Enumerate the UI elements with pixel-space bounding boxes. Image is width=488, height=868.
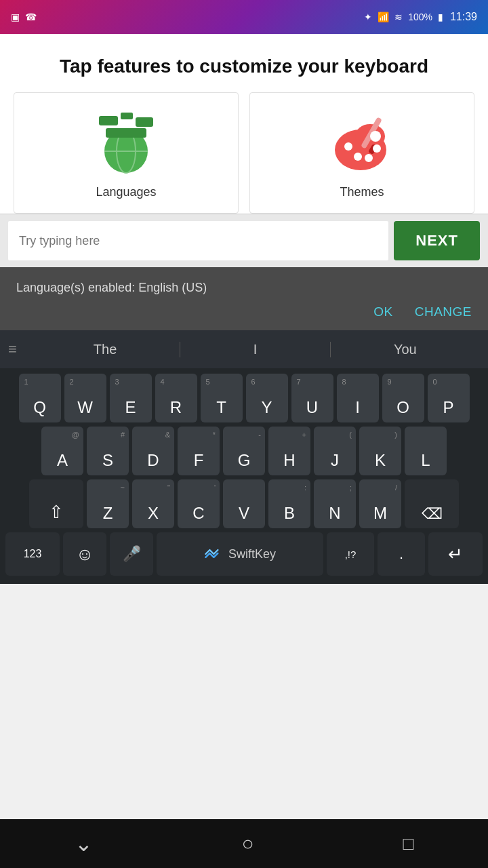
key-x[interactable]: "X xyxy=(132,479,174,528)
key-e[interactable]: 3E xyxy=(110,374,152,422)
themes-card[interactable]: Themes xyxy=(249,92,474,214)
key-z[interactable]: ~Z xyxy=(87,479,129,528)
space-key[interactable]: SwiftKey xyxy=(157,532,323,576)
key-l[interactable]: L xyxy=(405,427,447,475)
home-button[interactable]: ○ xyxy=(242,832,254,855)
key-d[interactable]: &D xyxy=(132,427,174,475)
key-j[interactable]: (J xyxy=(314,427,356,475)
app-icon-1: ▣ xyxy=(11,12,20,22)
suggestion-i[interactable]: I xyxy=(180,342,330,357)
themes-card-label: Themes xyxy=(340,185,384,199)
key-w[interactable]: 2W xyxy=(64,374,106,422)
key-row-1: 1Q 2W 3E 4R 5T 6Y 7U 8I 9O 0P xyxy=(3,374,485,422)
period-key[interactable]: . xyxy=(378,532,425,576)
key-u[interactable]: 7U xyxy=(291,374,333,422)
mic-key[interactable]: 🎤 xyxy=(110,532,153,576)
language-text: Language(s) enabled: English (US) xyxy=(16,281,472,295)
back-button[interactable]: ⌄ xyxy=(75,831,93,856)
languages-icon xyxy=(92,109,160,177)
languages-card-label: Languages xyxy=(96,185,156,199)
languages-card[interactable]: Languages xyxy=(14,92,239,214)
svg-point-16 xyxy=(370,131,381,142)
svg-rect-3 xyxy=(99,116,118,125)
next-button[interactable]: NEXT xyxy=(394,221,480,260)
key-y[interactable]: 6Y xyxy=(246,374,288,422)
status-left-icons: ▣ ☎ xyxy=(11,12,37,22)
suggestion-you[interactable]: You xyxy=(331,342,480,357)
emoji-key[interactable]: ☺ xyxy=(63,532,106,576)
input-row: NEXT xyxy=(0,214,488,267)
svg-point-12 xyxy=(344,142,352,151)
svg-point-15 xyxy=(373,144,381,153)
change-button[interactable]: CHANGE xyxy=(415,304,472,319)
language-banner: Language(s) enabled: English (US) OK CHA… xyxy=(0,267,488,330)
status-time: 11:39 xyxy=(450,11,477,23)
key-o[interactable]: 9O xyxy=(382,374,424,422)
svg-rect-5 xyxy=(136,117,153,127)
feature-cards: Languages Themes xyxy=(0,92,488,214)
key-t[interactable]: 5T xyxy=(201,374,243,422)
enter-key[interactable]: ↵ xyxy=(428,532,483,576)
key-r[interactable]: 4R xyxy=(155,374,197,422)
svg-rect-4 xyxy=(121,113,133,119)
key-c[interactable]: 'C xyxy=(178,479,220,528)
key-i[interactable]: 8I xyxy=(337,374,379,422)
page-title: Tap features to customize your keyboard xyxy=(27,54,461,79)
key-h[interactable]: +H xyxy=(268,427,310,475)
bottom-key-row: 123 ☺ 🎤 SwiftKey ,!? . ↵ xyxy=(3,532,485,576)
key-m[interactable]: /M xyxy=(359,479,401,528)
wifi-icon: ≋ xyxy=(394,12,403,22)
key-n[interactable]: ;N xyxy=(314,479,356,528)
svg-point-14 xyxy=(365,154,373,162)
key-row-3: ⇧ ~Z "X 'C V :B ;N /M ⌫ xyxy=(3,479,485,528)
nav-bar: ⌄ ○ □ xyxy=(0,819,488,868)
suggestions-row: ≡ The I You xyxy=(0,330,488,368)
language-actions: OK CHANGE xyxy=(16,304,472,319)
backspace-key[interactable]: ⌫ xyxy=(405,479,459,528)
punctuation-key[interactable]: ,!? xyxy=(327,532,374,576)
battery-icon: 100% xyxy=(408,12,432,22)
signal-icon: 📶 xyxy=(378,12,389,22)
key-a[interactable]: @A xyxy=(41,427,83,475)
key-b[interactable]: :B xyxy=(268,479,310,528)
status-bar: ▣ ☎ ✦ 📶 ≋ 100% ▮ 11:39 xyxy=(0,0,488,34)
key-k[interactable]: )K xyxy=(359,427,401,475)
app-icon-2: ☎ xyxy=(25,12,37,22)
keys-area: 1Q 2W 3E 4R 5T 6Y 7U 8I 9O 0P @A #S &D *… xyxy=(0,368,488,584)
battery-full-icon: ▮ xyxy=(438,12,443,22)
menu-icon[interactable]: ≡ xyxy=(8,340,17,358)
recents-button[interactable]: □ xyxy=(403,833,413,854)
swiftkey-logo: SwiftKey xyxy=(204,547,276,561)
key-q[interactable]: 1Q xyxy=(19,374,61,422)
status-right-icons: ✦ 📶 ≋ 100% ▮ xyxy=(364,12,443,22)
keyboard-area: ≡ The I You 1Q 2W 3E 4R 5T 6Y 7U 8I 9O 0… xyxy=(0,330,488,584)
typing-input[interactable] xyxy=(8,221,388,260)
suggestion-the[interactable]: The xyxy=(30,342,180,357)
ok-button[interactable]: OK xyxy=(373,304,392,319)
key-row-2: @A #S &D *F -G +H (J )K L xyxy=(3,427,485,475)
key-p[interactable]: 0P xyxy=(428,374,470,422)
key-g[interactable]: -G xyxy=(223,427,265,475)
shift-key[interactable]: ⇧ xyxy=(29,479,83,528)
key-v[interactable]: V xyxy=(223,479,265,528)
svg-point-13 xyxy=(354,153,362,161)
key-s[interactable]: #S xyxy=(87,427,129,475)
num-switch-key[interactable]: 123 xyxy=(5,532,60,576)
bluetooth-icon: ✦ xyxy=(364,12,372,22)
key-f[interactable]: *F xyxy=(178,427,220,475)
title-area: Tap features to customize your keyboard xyxy=(0,34,488,92)
themes-icon xyxy=(328,109,396,177)
